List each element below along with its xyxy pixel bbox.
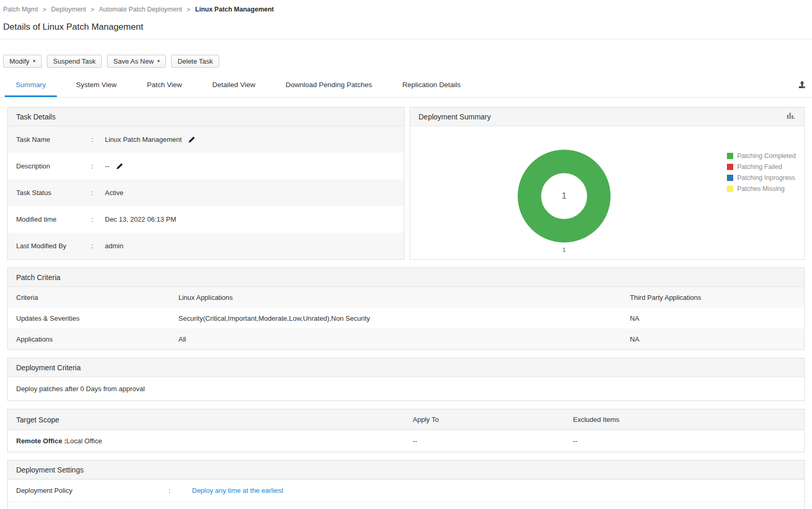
deployment-criteria-header: Deployment Criteria (8, 358, 804, 377)
delete-task-button-label: Delete Task (177, 57, 213, 65)
caret-down-icon: ▾ (33, 59, 35, 64)
colon: : (91, 162, 105, 170)
table-row: Updates & Severities Security(Critical,I… (8, 308, 804, 329)
deployment-summary-header: Deployment Summary (410, 107, 804, 126)
target-scope-title: Target Scope (16, 416, 413, 424)
breadcrumb-item-patch-mgmt[interactable]: Patch Mgmt (3, 6, 38, 13)
patch-criteria-header: Patch Criteria (8, 268, 804, 287)
column-header-excluded-items: Excluded Items (573, 416, 804, 423)
toolbar: Modify ▾ Suspend Task Save As New ▾ Dele… (0, 39, 812, 68)
remote-office-label: Remote Office : (16, 437, 66, 445)
tab-download-pending-patches[interactable]: Download Pending Patches (274, 75, 383, 97)
tab-patch-view[interactable]: Patch View (136, 75, 193, 97)
colon: : (91, 242, 105, 250)
task-status-label: Task Status (16, 189, 91, 197)
deployment-settings-header: Deployment Settings (8, 460, 804, 479)
legend-label: Patches Missing (737, 185, 784, 192)
deployment-summary-title: Deployment Summary (419, 113, 491, 121)
chart-type-toggle-button[interactable] (785, 111, 796, 122)
legend-swatch-green (727, 153, 733, 159)
modified-time-row: Modified time : Dec 13, 2022 06:13 PM (8, 206, 404, 233)
legend-label: Patching Completed (737, 152, 796, 160)
description-row: Description : -- (8, 153, 404, 179)
modify-button-label: Modify (9, 57, 29, 65)
legend-swatch-red (727, 164, 733, 170)
edit-description-button[interactable] (116, 163, 123, 169)
deployment-settings-panel: Deployment Settings Deployment Policy : … (7, 460, 805, 509)
last-modified-by-label: Last Modified By (16, 242, 91, 250)
deployment-criteria-title: Deployment Criteria (16, 363, 81, 372)
modify-button[interactable]: Modify ▾ (3, 55, 42, 68)
description-value: -- (105, 162, 110, 170)
donut-center-value: 1 (517, 149, 611, 243)
updates-severities-third-party-value: NA (630, 314, 804, 322)
deployment-policy-row: Deployment Policy : Deploy any time at t… (8, 479, 804, 501)
updates-severities-linux-value: Security(Critical,Important,Moderate,Low… (178, 314, 630, 322)
target-scope-panel: Target Scope Apply To Excluded Items Rem… (7, 409, 805, 452)
caret-down-icon: ▾ (158, 59, 160, 64)
column-header-third-party-applications: Third Party Applications (630, 294, 804, 301)
legend-swatch-blue (727, 175, 733, 181)
colon: : (91, 189, 105, 197)
modified-time-value: Dec 13, 2022 06:13 PM (105, 215, 176, 223)
deployment-policy-label: Deployment Policy (16, 487, 169, 494)
page-title: Details of Linux Patch Management (0, 13, 812, 39)
pencil-icon (116, 163, 123, 169)
last-modified-by-value: admin (105, 242, 123, 250)
task-details-title: Task Details (16, 113, 55, 121)
breadcrumb: Patch Mgmt > Deployment > Automate Patch… (0, 0, 812, 13)
chart-legend: Patching Completed Patching Failed Patch… (727, 152, 796, 196)
tab-system-view[interactable]: System View (65, 75, 128, 97)
edit-task-name-button[interactable] (188, 136, 195, 143)
breadcrumb-separator: > (91, 6, 94, 13)
deployment-summary-chart: 1 1 Patching Completed Patching Failed (410, 126, 804, 254)
table-row: Applications All NA (8, 329, 804, 349)
legend-item-patching-inprogress: Patching Inprogress (727, 174, 796, 181)
task-status-value: Active (105, 189, 123, 197)
column-header-linux-applications: Linux Applications (178, 294, 630, 301)
donut-chart: 1 1 (517, 149, 611, 253)
save-as-new-button[interactable]: Save As New ▾ (107, 55, 166, 68)
task-status-row: Task Status : Active (8, 179, 404, 206)
column-header-apply-to: Apply To (413, 416, 573, 423)
breadcrumb-separator: > (187, 6, 190, 13)
breadcrumb-item-current: Linux Patch Management (195, 6, 274, 13)
legend-label: Patching Failed (737, 163, 782, 171)
legend-item-patching-completed: Patching Completed (727, 152, 796, 160)
breadcrumb-item-automate-patch-deployment[interactable]: Automate Patch Deployment (99, 6, 182, 13)
breadcrumb-separator: > (43, 6, 46, 13)
delete-task-button[interactable]: Delete Task (171, 55, 219, 68)
legend-item-patching-failed: Patching Failed (727, 163, 796, 171)
patch-criteria-column-headers: Criteria Linux Applications Third Party … (8, 287, 804, 308)
apply-to-value: -- (413, 437, 573, 445)
remote-office-value: Remote Office :Local Office (16, 437, 413, 445)
deployment-settings-title: Deployment Settings (16, 466, 83, 474)
tab-replication-details[interactable]: Replication Details (391, 75, 472, 97)
task-name-label: Task Name (16, 136, 91, 143)
target-scope-row: Remote Office :Local Office -- -- (8, 430, 804, 452)
legend-swatch-yellow (727, 186, 733, 192)
legend-item-patches-missing: Patches Missing (727, 185, 796, 192)
export-button[interactable] (796, 79, 808, 91)
pencil-icon (188, 136, 195, 143)
suspend-task-button[interactable]: Suspend Task (47, 55, 102, 68)
save-as-new-button-label: Save As New (113, 57, 153, 65)
summary-content: Task Details Task Name : Linux Patch Man… (0, 98, 812, 509)
column-header-criteria: Criteria (16, 294, 178, 301)
task-name-value: Linux Patch Management (105, 136, 182, 143)
upload-icon (797, 80, 807, 89)
patch-criteria-title: Patch Criteria (16, 273, 61, 282)
tab-detailed-view[interactable]: Detailed View (201, 75, 266, 97)
tab-summary[interactable]: Summary (5, 75, 57, 97)
task-name-row: Task Name : Linux Patch Management (8, 126, 404, 153)
donut-axis-label: 1 (517, 247, 611, 253)
patch-criteria-panel: Patch Criteria Criteria Linux Applicatio… (7, 268, 805, 350)
target-scope-header: Target Scope Apply To Excluded Items (8, 409, 804, 430)
excluded-items-value: -- (573, 437, 804, 445)
last-modified-by-row: Last Modified By : admin (8, 233, 404, 259)
breadcrumb-item-deployment[interactable]: Deployment (51, 6, 86, 13)
deployment-policy-link[interactable]: Deploy any time at the earliest (192, 487, 283, 494)
updates-severities-label: Updates & Severities (16, 314, 178, 322)
deployment-criteria-panel: Deployment Criteria Deploy patches after… (7, 358, 805, 401)
tab-bar: Summary System View Patch View Detailed … (0, 75, 812, 98)
